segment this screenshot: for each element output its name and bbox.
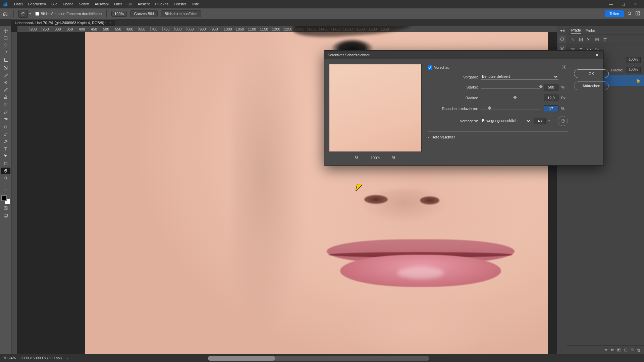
mask-button-icon[interactable]: ◩ (617, 348, 621, 352)
flaeche-value[interactable]: 100% (626, 67, 641, 73)
preview-checkbox[interactable]: Vorschau (428, 65, 449, 70)
dodge-tool-icon[interactable] (1, 131, 10, 137)
mask-icon[interactable] (579, 37, 584, 43)
angle-dial-icon[interactable] (558, 116, 568, 126)
svg-point-16 (580, 39, 582, 40)
color-swatches[interactable] (1, 195, 10, 204)
move-tool-icon[interactable] (1, 27, 10, 34)
zoom-100-button[interactable]: 100% (111, 11, 127, 17)
dialog-preview[interactable] (329, 64, 422, 152)
expand-panels-icon[interactable]: ◀◀ (560, 27, 565, 34)
ok-button[interactable]: OK (574, 69, 609, 78)
remove-dropdown[interactable]: Bewegungsunschärfe (481, 118, 531, 124)
blur-tool-icon[interactable] (1, 123, 10, 130)
menu-plugins[interactable]: Plug-ins (152, 2, 171, 6)
tab-farbe[interactable]: Farbe (586, 27, 595, 34)
eraser-tool-icon[interactable] (1, 109, 10, 115)
noise-input[interactable]: 17 (544, 105, 558, 112)
fx-icon[interactable]: fx (587, 37, 592, 43)
horizontal-scrollbar[interactable] (208, 356, 429, 361)
menu-schrift[interactable]: Schrift (76, 2, 92, 6)
hand-tool-icon-toolbox[interactable] (1, 168, 10, 174)
menu-bearbeiten[interactable]: Bearbeiten (25, 2, 49, 6)
dialog-titlebar[interactable]: Selektiver Scharfzeichner ✕ (324, 51, 603, 59)
scroll-all-windows-checkbox[interactable]: Bildlauf in allen Fenstern durchführen (35, 12, 102, 16)
fit-whole-button[interactable]: Ganzes Bild (130, 10, 157, 17)
frame-tool-icon[interactable] (1, 64, 10, 71)
amount-slider[interactable] (481, 84, 541, 90)
menu-datei[interactable]: Datei (11, 2, 25, 6)
history-brush-tool-icon[interactable] (1, 101, 10, 108)
path-select-tool-icon[interactable] (1, 153, 10, 160)
fill-screen-button[interactable]: Bildschirm ausfüllen (161, 10, 201, 17)
tab-pfade[interactable]: Pfade (571, 27, 581, 34)
svg-point-14 (560, 38, 564, 41)
window-minimize-button[interactable]: — (605, 1, 617, 7)
link-layers-icon[interactable]: ⇔ (604, 348, 607, 352)
menu-ebene[interactable]: Ebene (60, 2, 76, 6)
svg-rect-3 (638, 14, 639, 15)
crop-tool-icon[interactable] (1, 57, 10, 64)
trash-icon[interactable] (603, 37, 608, 43)
pen-tool-icon[interactable] (1, 138, 10, 145)
app-menubar: Datei Bearbeiten Bild Ebene Schrift Ausw… (0, 0, 644, 8)
color-panel-icon[interactable] (558, 36, 566, 43)
radius-slider[interactable] (481, 95, 541, 101)
dialog-gear-icon[interactable] (562, 65, 567, 70)
type-tool-icon[interactable] (1, 145, 10, 152)
gradient-tool-icon[interactable] (1, 116, 10, 123)
lasso-tool-icon[interactable] (1, 42, 10, 49)
quickmask-icon[interactable] (1, 205, 10, 212)
zoom-in-icon[interactable] (391, 155, 396, 161)
home-button[interactable] (2, 10, 9, 17)
menu-bild[interactable]: Bild (49, 2, 60, 6)
shadows-highlights-section[interactable]: › Tiefen/Lichter (428, 131, 568, 139)
search-icon[interactable] (627, 11, 632, 16)
shape-tool-icon[interactable] (1, 160, 10, 167)
document-tab-close-icon[interactable]: × (109, 21, 111, 25)
new-icon[interactable] (595, 37, 600, 43)
window-maximize-button[interactable]: ▢ (617, 1, 629, 7)
window-close-button[interactable]: ✕ (629, 1, 641, 7)
layer-lock-icon[interactable]: 🔒 (636, 78, 641, 83)
link-icon[interactable] (571, 37, 576, 43)
menu-ansicht[interactable]: Ansicht (135, 2, 152, 6)
deckkraft-value[interactable]: 100% (626, 57, 641, 63)
menu-fenster[interactable]: Fenster (171, 2, 189, 6)
hand-tool-icon[interactable] (18, 10, 28, 18)
noise-slider[interactable] (481, 106, 541, 112)
menu-filter[interactable]: Filter (111, 2, 125, 6)
amount-input[interactable]: 500 (544, 84, 558, 90)
angle-unit: ° (548, 119, 555, 123)
cancel-button[interactable]: Abbrechen (574, 81, 609, 90)
radius-input[interactable]: 12,0 (544, 95, 558, 101)
status-zoom[interactable]: 70,24% (3, 356, 16, 360)
share-button[interactable]: Teilen (605, 10, 624, 17)
menu-hilfe[interactable]: Hilfe (189, 2, 202, 6)
status-chevron-icon[interactable]: › (66, 356, 68, 360)
group-button-icon[interactable]: ▢ (624, 348, 627, 352)
fx-button-icon[interactable]: fx (611, 348, 614, 352)
foreground-color-swatch[interactable] (1, 195, 7, 201)
menu-auswahl[interactable]: Auswahl (92, 2, 111, 6)
zoom-out-icon[interactable] (355, 155, 359, 161)
tool-preset-dropdown[interactable]: ▾ (29, 10, 32, 18)
wand-tool-icon[interactable] (1, 50, 10, 56)
angle-input[interactable]: 43 (534, 118, 546, 124)
newlayer-button-icon[interactable]: ⊞ (631, 348, 634, 352)
marquee-tool-icon[interactable] (1, 35, 10, 42)
dialog-close-icon[interactable]: ✕ (594, 52, 600, 58)
zoom-tool-icon[interactable] (1, 175, 10, 182)
stamp-tool-icon[interactable] (1, 94, 10, 101)
menu-3d[interactable]: 3D (125, 2, 135, 6)
brush-tool-icon[interactable] (1, 86, 10, 93)
eyedropper-tool-icon[interactable] (1, 72, 10, 78)
svg-rect-13 (4, 214, 7, 217)
edit-toolbar-icon[interactable]: ⋯ (1, 186, 10, 193)
heal-tool-icon[interactable] (1, 79, 10, 86)
delete-button-icon[interactable]: 🗑 (637, 348, 641, 352)
document-tab[interactable]: Unbenannt-1 bei 70,2% (girl-2406963 Kopi… (11, 19, 115, 26)
preset-dropdown[interactable]: Benutzerdefiniert (481, 74, 558, 80)
screenmode-icon[interactable] (1, 212, 10, 219)
workspace-icon[interactable] (635, 11, 640, 16)
